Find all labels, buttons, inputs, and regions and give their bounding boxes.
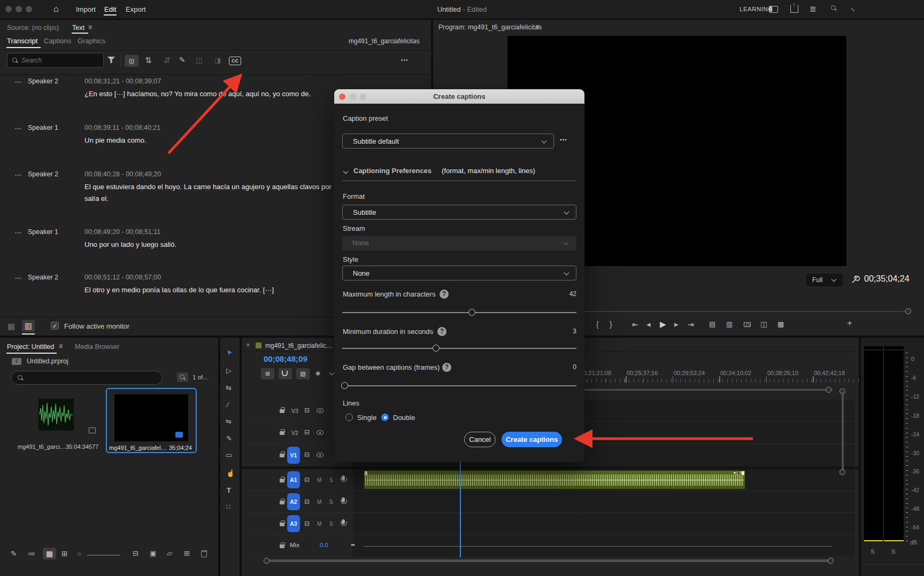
preset-more-icon[interactable]: ••• — [560, 137, 567, 143]
h-scrollbar-right-knob[interactable] — [828, 558, 834, 564]
ripple-edit-tool[interactable]: ⇆ — [226, 384, 232, 392]
mute-button[interactable]: M — [317, 477, 321, 483]
solo-right-button[interactable]: S — [891, 548, 895, 555]
share-icon[interactable]: ↑ — [790, 5, 798, 13]
thumbnail-size-slider[interactable] — [87, 555, 120, 556]
linked-selection-icon[interactable]: ▧ — [296, 368, 310, 379]
track-insert-icon[interactable]: ⊟ — [304, 498, 310, 505]
follow-monitor-checkbox[interactable]: ✓ — [51, 322, 59, 330]
add-marker-icon[interactable]: ◆ — [315, 369, 320, 377]
track-target-badge[interactable]: A1 — [287, 471, 300, 488]
stacked-panels-icon[interactable]: ≣ — [810, 4, 817, 14]
lock-icon[interactable] — [280, 523, 284, 526]
multicam-icon[interactable]: ▩ — [777, 320, 784, 328]
chevron-down-icon[interactable] — [329, 370, 335, 376]
voiceover-record-icon[interactable] — [342, 476, 345, 480]
tab-graphics[interactable]: Graphics — [78, 37, 105, 45]
text-panel-tab[interactable]: Text — [72, 24, 84, 32]
solo-button[interactable]: S — [329, 477, 333, 483]
snap-icon[interactable] — [279, 368, 292, 379]
track-insert-icon[interactable]: ⊟ — [304, 407, 310, 414]
mix-bowtie-icon[interactable]: ▸◂ — [351, 542, 353, 547]
find-icon[interactable] — [177, 372, 188, 382]
help-icon[interactable]: ? — [440, 290, 449, 299]
filter-icon[interactable] — [107, 57, 115, 64]
timeline-zoom-scrollbar-knob[interactable] — [826, 387, 831, 393]
close-sequence-icon[interactable]: × — [246, 341, 250, 349]
timeline-timecode[interactable]: 00;08;48;09 — [264, 354, 307, 363]
track-row-mix[interactable]: Mix 0.0 ▸◂ — [242, 535, 859, 557]
create-captions-button[interactable]: Create captions — [502, 432, 562, 447]
mark-in-icon[interactable]: { — [596, 320, 599, 329]
sort-icons-icon[interactable]: ⊟ — [133, 549, 138, 557]
collapse-segments-icon[interactable]: ⇵ — [164, 56, 171, 65]
solo-left-button[interactable]: S — [871, 548, 874, 555]
entry-options-icon[interactable]: ••• — [15, 276, 21, 281]
search-input-box[interactable] — [7, 53, 104, 68]
entry-options-icon[interactable]: ••• — [15, 230, 21, 236]
max-length-slider[interactable] — [342, 312, 576, 313]
lock-icon[interactable] — [280, 431, 284, 435]
min-duration-slider-knob[interactable] — [433, 345, 440, 352]
clip-left-handle[interactable] — [365, 471, 367, 475]
entry-options-icon[interactable]: ••• — [15, 126, 21, 131]
lock-icon[interactable] — [280, 479, 284, 482]
mix-volume-line[interactable] — [364, 546, 833, 547]
h-scrollbar-left-knob[interactable] — [264, 558, 270, 564]
lock-icon[interactable] — [280, 501, 284, 504]
track-height-scrollbar[interactable] — [842, 392, 844, 472]
track-visibility-icon[interactable] — [317, 453, 324, 457]
format-dropdown[interactable]: Subtitle — [342, 205, 576, 220]
pen-tool[interactable]: ✎ — [226, 434, 232, 442]
min-duration-slider[interactable] — [342, 348, 576, 349]
mix-level-value[interactable]: 0.0 — [320, 542, 328, 548]
max-length-slider-knob[interactable] — [468, 309, 475, 316]
track-target-badge[interactable]: A2 — [287, 493, 300, 510]
zoom-level-dropdown[interactable]: Full — [806, 274, 843, 286]
show-pauses-icon[interactable]: {|} — [125, 55, 138, 67]
dialog-title-bar[interactable]: Create captions — [334, 89, 584, 104]
style-dropdown[interactable]: None — [342, 266, 576, 281]
new-item-icon[interactable]: ⊞ — [184, 549, 190, 557]
edit-transcript-icon[interactable]: ✎ — [179, 56, 186, 64]
entry-options-icon[interactable]: ••• — [15, 80, 21, 85]
goto-in-icon[interactable]: ⇤ — [632, 320, 638, 329]
layout-split-icon[interactable]: ▥ — [22, 320, 35, 332]
project-breadcrumb[interactable]: Untitled.prproj — [27, 357, 68, 365]
step-back-icon[interactable]: ◂ — [646, 320, 651, 329]
project-clip-sequence-selected[interactable]: mg491_t6_garciafel… 35;04;24 — [106, 388, 197, 453]
voiceover-record-icon[interactable] — [342, 497, 345, 502]
tab-transcript[interactable]: Transcript — [7, 37, 37, 45]
entry-speaker[interactable]: Speaker 2 — [28, 274, 58, 281]
gap-slider-knob[interactable] — [341, 382, 348, 389]
edit-in-place-icon[interactable]: ✎ — [11, 549, 17, 558]
lines-double-radio[interactable] — [381, 414, 389, 421]
lift-icon[interactable]: ▤ — [709, 320, 715, 328]
entry-speaker[interactable]: Speaker 1 — [28, 228, 58, 236]
project-menu-icon[interactable]: ≡ — [59, 343, 63, 350]
project-search-box[interactable] — [11, 371, 163, 385]
trash-icon[interactable] — [201, 550, 207, 557]
timeline-horizontal-scrollbar[interactable] — [268, 559, 831, 562]
track-target-badge[interactable]: A3 — [287, 515, 300, 532]
track-visibility-icon[interactable] — [317, 408, 324, 413]
workspace-label[interactable]: LEARNING — [740, 6, 773, 12]
solo-button[interactable]: S — [329, 521, 333, 527]
track-visibility-icon[interactable] — [317, 430, 324, 435]
voiceover-record-icon[interactable] — [342, 519, 345, 524]
razor-tool[interactable]: ∕ — [227, 401, 228, 409]
comparison-view-icon[interactable]: ◫ — [760, 320, 767, 328]
selection-tool[interactable]: ➤ — [224, 348, 234, 357]
export-frame-icon[interactable] — [744, 322, 751, 327]
sequence-tab[interactable]: mg491_t6_garciafelic… — [265, 342, 333, 349]
program-timecode[interactable]: 00;35;04;24 — [864, 274, 910, 284]
lines-single-radio[interactable] — [345, 414, 353, 421]
track-row-a2[interactable]: A2 ⊟ M S — [242, 491, 859, 513]
assign-speakers-icon[interactable]: ◨ — [214, 56, 221, 64]
media-browser-tab[interactable]: Media Browser — [75, 343, 119, 351]
gap-slider[interactable] — [342, 385, 576, 386]
mute-button[interactable]: M — [317, 521, 321, 527]
settings-wrench-icon[interactable] — [851, 275, 860, 284]
track-insert-icon[interactable]: ⊟ — [304, 429, 310, 436]
audio-clip-a1[interactable]: ◄) fx — [364, 470, 745, 489]
